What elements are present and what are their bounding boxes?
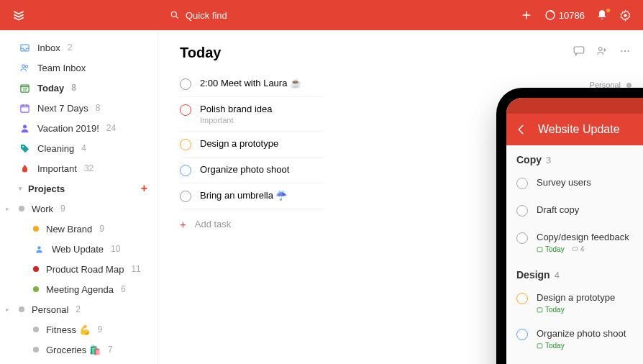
main-content: PersonalNew BrandWebsite Update👤👩Website…	[158, 30, 643, 364]
chevron-right-icon: ▸	[6, 205, 9, 212]
phone-task-row[interactable]: Copy/design feedbackToday4	[506, 224, 643, 260]
task-checkbox[interactable]	[180, 165, 191, 176]
svg-rect-21	[537, 247, 542, 252]
project-dot	[33, 347, 39, 352]
back-icon[interactable]	[515, 123, 528, 136]
view-actions	[573, 45, 631, 58]
task-row[interactable]: Organize photo shoot	[180, 158, 324, 183]
nav-label: Cleaning	[37, 143, 74, 154]
task-checkbox[interactable]	[516, 232, 528, 244]
sidebar-item-groceries[interactable]: Groceries 🛍️7	[0, 340, 158, 360]
project-dot	[33, 226, 39, 232]
task-row[interactable]: Bring an umbrella ☔	[180, 183, 324, 209]
chevron-down-icon: ▾	[19, 185, 22, 192]
add-project-icon[interactable]: +	[141, 182, 147, 195]
nav-label: Web Update	[52, 244, 104, 255]
svg-point-13	[599, 47, 603, 51]
task-checkbox[interactable]	[516, 293, 528, 304]
phone-status-bar: ▾ ◢ 08:32	[506, 98, 643, 114]
nav-count: 10	[111, 244, 120, 254]
task-title: 2:00 Meet with Laura ☕	[200, 78, 301, 88]
app-logo[interactable]	[12, 8, 26, 22]
phone-section-header[interactable]: Copy3⌃⋮	[506, 145, 643, 170]
svg-rect-24	[537, 344, 542, 348]
tray-icon	[19, 42, 30, 53]
phone-task-row[interactable]: Draft copy	[506, 197, 643, 224]
svg-point-14	[621, 50, 622, 52]
phone-section-header[interactable]: Design4⌃⋮	[506, 260, 643, 285]
task-checkbox[interactable]	[516, 205, 528, 217]
nav-label: Fitness 💪	[46, 324, 91, 335]
nav-label: Today	[37, 83, 64, 94]
project-dot	[19, 306, 24, 312]
task-checkbox[interactable]	[180, 191, 191, 202]
karma-button[interactable]: 10786	[544, 9, 585, 21]
svg-point-5	[25, 65, 27, 68]
nav-count: 8	[96, 103, 101, 113]
sidebar-item-cleaning[interactable]: Cleaning4	[0, 138, 158, 158]
drop-icon	[19, 163, 30, 174]
sidebar-item-important[interactable]: Important32	[0, 158, 158, 178]
topbar: Quick find 10786	[0, 0, 643, 30]
quick-add-button[interactable]	[520, 9, 533, 22]
sidebar-item-next7[interactable]: Next 7 Days8	[0, 98, 158, 118]
phone-task-row[interactable]: Design a prototypeToday	[506, 285, 643, 321]
settings-button[interactable]	[619, 9, 631, 22]
task-checkbox[interactable]	[180, 139, 191, 150]
phone-task-row[interactable]: Survey users	[506, 170, 643, 197]
nav-label: New Brand	[46, 224, 92, 235]
nav-label: Vacation 2019!	[37, 123, 99, 134]
search-placeholder: Quick find	[186, 10, 227, 21]
task-checkbox[interactable]	[180, 78, 191, 90]
nav-count: 8	[71, 83, 76, 93]
sidebar-item-meeting[interactable]: Meeting Agenda6	[0, 279, 158, 299]
nav-count: 2	[76, 304, 81, 314]
task-title: Design a prototype	[200, 138, 278, 149]
svg-point-10	[22, 146, 24, 147]
nav-label: Groceries 🛍️	[46, 345, 101, 355]
sidebar-item-roadmap[interactable]: Product Road Map11	[0, 259, 158, 279]
sidebar-item-web-update[interactable]: Web Update10	[0, 239, 158, 259]
today-tag: Today	[537, 342, 565, 350]
phone-task-row[interactable]: Organize photo shootToday	[506, 321, 643, 357]
sidebar-item-team-inbox[interactable]: Team Inbox	[0, 58, 158, 78]
nav-count: 11	[131, 264, 140, 274]
task-row[interactable]: 2:00 Meet with Laura ☕	[180, 71, 324, 97]
phone-title: Website Update	[538, 123, 643, 136]
task-title: Draft copy	[537, 204, 643, 215]
svg-rect-8	[20, 105, 28, 112]
sidebar-item-inbox[interactable]: Inbox2	[0, 37, 158, 58]
nav-count: 9	[99, 224, 104, 234]
task-checkbox[interactable]	[516, 329, 528, 340]
svg-rect-22	[573, 247, 578, 251]
comment-icon[interactable]	[573, 45, 585, 58]
nav-count: 4	[81, 143, 86, 153]
today-tag: Today	[537, 245, 565, 253]
task-title: Bring an umbrella ☔	[200, 190, 288, 201]
calendar7-icon	[19, 103, 30, 114]
person-icon	[33, 245, 45, 254]
sidebar-item-fitness[interactable]: Fitness 💪9	[0, 319, 158, 340]
project-dot	[33, 286, 39, 292]
nav-count: 7	[108, 345, 113, 355]
task-checkbox[interactable]	[516, 178, 528, 189]
svg-text:17: 17	[22, 87, 27, 91]
nav-count: 32	[84, 163, 94, 173]
sidebar-item-today[interactable]: 17Today8	[0, 78, 158, 98]
share-icon[interactable]	[596, 45, 608, 58]
task-title: Organize photo shoot	[537, 328, 643, 339]
sidebar-item-new-brand[interactable]: New Brand9	[0, 219, 158, 239]
search-box[interactable]: Quick find	[170, 10, 520, 21]
task-row[interactable]: Polish brand ideaImportant	[180, 97, 324, 132]
sidebar-item-work[interactable]: ▸Work9	[0, 199, 158, 219]
tag-icon	[19, 143, 30, 154]
sidebar-item-reading[interactable]: Reading List 📖6	[0, 360, 158, 364]
more-icon[interactable]	[619, 45, 631, 58]
task-checkbox[interactable]	[180, 104, 191, 116]
task-row[interactable]: Design a prototype	[180, 132, 324, 158]
karma-count: 10786	[559, 10, 585, 21]
notifications-button[interactable]	[596, 9, 608, 21]
projects-section-header[interactable]: ▾Projects+	[0, 178, 158, 199]
sidebar-item-vacation[interactable]: Vacation 2019!24	[0, 118, 158, 138]
sidebar-item-personal[interactable]: ▸Personal2	[0, 299, 158, 319]
